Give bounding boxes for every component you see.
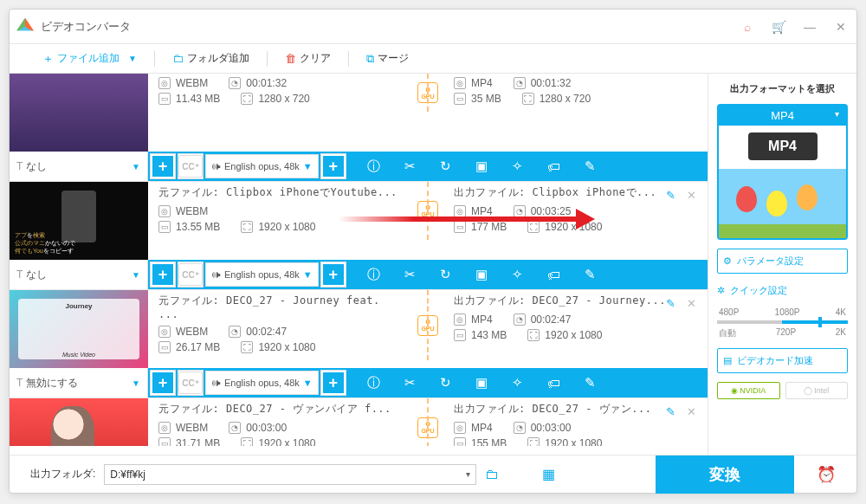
gpu-accel-button[interactable]: ▤ビデオカード加速 xyxy=(717,348,848,373)
format-icon: ◎ xyxy=(158,77,171,89)
nvidia-badge: ◉NVIDIA xyxy=(717,382,780,399)
output-folder-input[interactable]: D:¥ff¥kj▾ xyxy=(104,464,476,485)
cc-button[interactable]: CC⁺ xyxy=(178,155,203,178)
gear-icon: ✲ xyxy=(717,285,725,296)
rotate-icon[interactable]: ↻ xyxy=(440,158,451,174)
audio-dropdown[interactable]: 🕪English opus, 48k▼ xyxy=(205,262,319,287)
rotate-icon[interactable]: ↻ xyxy=(440,375,451,391)
rotate-icon[interactable]: ↻ xyxy=(440,267,451,282)
format-dropdown[interactable]: MP4 xyxy=(719,106,846,126)
clock-icon: ◔ xyxy=(229,77,241,89)
edit-icon[interactable]: ✎ xyxy=(585,375,596,391)
subtitle-add-button[interactable]: + xyxy=(151,262,175,287)
audio-dropdown[interactable]: 🕪English opus, 48k▼ xyxy=(205,154,319,178)
nvidia-icon: ◉ xyxy=(731,386,738,395)
edit-icon[interactable]: ✎ xyxy=(585,158,596,174)
key-icon[interactable]: ⌕ xyxy=(739,18,756,36)
thumbnail[interactable] xyxy=(10,398,148,446)
file-row: ◎WEBM◔00:01:32 ▭11.43 MB⛶1280 x 720 ⚙GPU… xyxy=(10,74,708,182)
crop-icon[interactable]: ▣ xyxy=(475,375,488,391)
row-remove-icon[interactable]: ✕ xyxy=(687,405,701,419)
effects-icon[interactable]: ✧ xyxy=(512,158,523,174)
effects-icon[interactable]: ✧ xyxy=(512,267,523,282)
watermark-icon[interactable]: 🏷 xyxy=(547,268,560,282)
thumbnail[interactable]: アプを検索公式のマニかないので何でもYouをコピーす xyxy=(10,182,148,260)
size-icon: ▭ xyxy=(158,93,171,105)
add-folder-button[interactable]: 🗀フォルダ追加 xyxy=(165,51,256,66)
quick-settings-label: ✲クイック設定 xyxy=(717,282,848,299)
output-filename: 出力ファイル: Clipbox iPhoneで... xyxy=(454,185,697,200)
footer: 出力フォルダ: D:¥ff¥kj▾ 🗀 ▦ 変換 ⏰ xyxy=(10,455,856,493)
schedule-icon[interactable]: ⏰ xyxy=(817,465,836,484)
subtitle-dropdown[interactable]: 無効にする▼ xyxy=(26,376,140,391)
output-folder-label: 出力フォルダ: xyxy=(30,467,95,481)
row-edit-icon[interactable]: ✎ xyxy=(666,297,680,311)
sidebar-heading: 出力フォーマットを選択 xyxy=(717,82,848,95)
row-control-bar: T なし▼ + CC⁺ 🕪English opus, 48k▼ + ⓘ ✂ ↻ … xyxy=(10,152,708,181)
info-icon[interactable]: ⓘ xyxy=(367,158,380,175)
audio-add-button[interactable]: + xyxy=(321,154,346,178)
subtitle-add-button[interactable]: + xyxy=(151,154,175,178)
clear-button[interactable]: 🗑クリア xyxy=(278,51,338,66)
intel-badge: ◯Intel xyxy=(785,382,849,399)
file-row: アプを検索公式のマニかないので何でもYouをコピーす 元ファイル: Clipbo… xyxy=(10,182,708,290)
close-button[interactable]: ✕ xyxy=(832,18,850,36)
row-edit-icon[interactable]: ✎ xyxy=(666,405,680,419)
watermark-icon[interactable]: 🏷 xyxy=(547,159,560,174)
cc-button[interactable]: CC⁺ xyxy=(178,263,203,286)
browse-folder-icon[interactable]: 🗀 xyxy=(485,467,499,482)
convert-button[interactable]: 変換 xyxy=(656,456,794,494)
resolution-icon: ⛶ xyxy=(241,93,253,105)
titlebar: ビデオコンバータ ⌕ 🛒 — ✕ xyxy=(10,10,856,44)
format-preview: MP4 xyxy=(719,126,846,238)
merge-button[interactable]: ⧉マージ xyxy=(359,51,416,66)
app-window: ビデオコンバータ ⌕ 🛒 — ✕ ＋ファイル追加▼ 🗀フォルダ追加 🗑クリア ⧉… xyxy=(9,9,857,494)
file-row: 元ファイル: DECO_27 - ヴァンパイア f... ◎WEBM◔00:03… xyxy=(10,398,708,446)
add-file-button[interactable]: ＋ファイル追加▼ xyxy=(36,51,144,67)
minimize-button[interactable]: — xyxy=(801,18,818,36)
file-row: Journey Music Video 元ファイル: DECO_27 - Jou… xyxy=(10,290,708,398)
row-edit-icon[interactable]: ✎ xyxy=(666,189,680,203)
sidebar: 出力フォーマットを選択 MP4 MP4 ⚙パラメータ設定 ✲クイック設定 480… xyxy=(708,74,856,455)
effects-icon[interactable]: ✧ xyxy=(512,375,523,391)
cut-icon[interactable]: ✂ xyxy=(404,267,416,282)
file-list: ◎WEBM◔00:01:32 ▭11.43 MB⛶1280 x 720 ⚙GPU… xyxy=(10,74,708,446)
audio-add-button[interactable]: + xyxy=(321,262,346,287)
info-icon[interactable]: ⓘ xyxy=(367,375,380,391)
intel-icon: ◯ xyxy=(804,386,812,395)
open-folder-icon[interactable]: ▦ xyxy=(542,466,555,482)
cut-icon[interactable]: ✂ xyxy=(404,375,416,391)
source-filename: 元ファイル: Clipbox iPhoneでYoutube... xyxy=(158,185,402,200)
row-remove-icon[interactable]: ✕ xyxy=(687,297,701,311)
edit-icon[interactable]: ✎ xyxy=(585,267,596,282)
row-remove-icon[interactable]: ✕ xyxy=(687,189,701,203)
crop-icon[interactable]: ▣ xyxy=(475,158,488,174)
gpu-badge-icon: ⚙GPU xyxy=(417,82,438,103)
watermark-icon[interactable]: 🏷 xyxy=(547,376,560,391)
sliders-icon: ⚙ xyxy=(723,255,732,267)
app-logo-icon xyxy=(16,18,34,36)
info-icon[interactable]: ⓘ xyxy=(367,267,380,283)
subtitle-dropdown[interactable]: なし▼ xyxy=(26,159,140,174)
quality-slider[interactable] xyxy=(717,320,848,324)
app-title: ビデオコンバータ xyxy=(41,19,739,35)
audio-dropdown[interactable]: 🕪English opus, 48k▼ xyxy=(205,371,319,395)
crop-icon[interactable]: ▣ xyxy=(475,267,488,282)
chip-icon: ▤ xyxy=(723,355,732,366)
thumbnail[interactable]: Journey Music Video xyxy=(10,290,148,368)
main-toolbar: ＋ファイル追加▼ 🗀フォルダ追加 🗑クリア ⧉マージ xyxy=(10,44,856,74)
subtitle-dropdown[interactable]: なし▼ xyxy=(26,268,140,282)
output-format-selector[interactable]: MP4 MP4 xyxy=(717,104,848,240)
cart-icon[interactable]: 🛒 xyxy=(770,18,787,36)
parameter-settings-button[interactable]: ⚙パラメータ設定 xyxy=(717,249,848,274)
thumbnail[interactable] xyxy=(10,74,148,152)
cut-icon[interactable]: ✂ xyxy=(404,158,416,174)
